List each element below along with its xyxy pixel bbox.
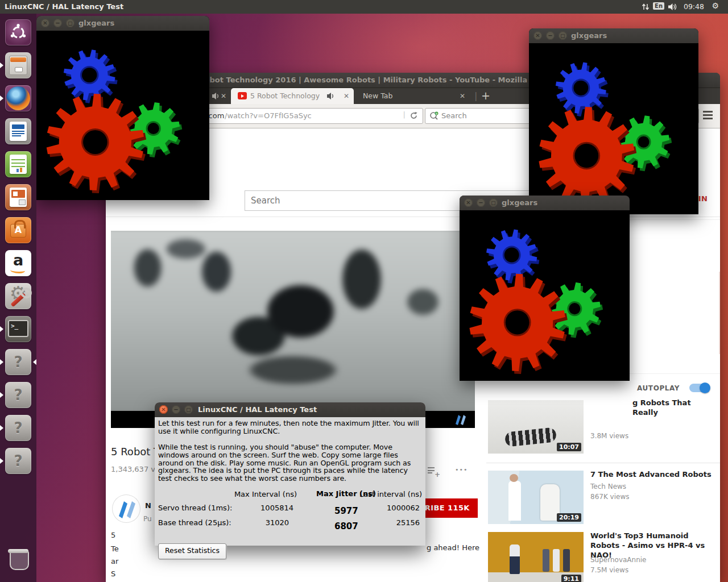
tab-audio-icon[interactable] (212, 92, 221, 100)
close-button[interactable]: ✕ (159, 405, 168, 414)
launcher-item-dash-home[interactable] (5, 19, 32, 46)
maximize-button[interactable]: ◻ (559, 31, 567, 40)
new-tab-button[interactable]: + (481, 89, 490, 102)
maximize-button[interactable]: ◻ (489, 198, 498, 207)
tab-active-label: 5 Robot Technology (250, 92, 320, 100)
close-button[interactable]: ✕ (464, 198, 473, 207)
sidebar-divider (486, 463, 720, 463)
maximize-button[interactable]: ◻ (184, 405, 193, 414)
autoplay-label: AUTOPLAY (637, 384, 680, 392)
keyboard-layout-indicator[interactable]: En (653, 2, 664, 10)
launcher-item-system-settings[interactable]: ⚙ (5, 282, 32, 310)
menu-icon[interactable] (703, 111, 713, 119)
glxgears-titlebar[interactable]: ✕ − ◻ glxgears (529, 28, 698, 44)
reload-icon[interactable] (410, 111, 418, 120)
robot-art (510, 544, 520, 574)
launcher-item-terminal[interactable]: >_ (5, 315, 32, 343)
glxgears-window-3: ✕ − ◻ glxgears (460, 196, 630, 381)
person-art (508, 481, 521, 521)
dialog-title: LinuxCNC / HAL Latency Test (198, 405, 317, 414)
trash-icon (5, 546, 31, 572)
description-line-tail: g ahead! Here (427, 543, 479, 552)
impress-icon (5, 184, 31, 210)
servo-last-interval: 1000062 (387, 504, 420, 512)
minimize-button[interactable]: − (477, 198, 485, 207)
description-line: Te (111, 544, 119, 553)
browser-search-placeholder: Search (441, 111, 467, 120)
glxgears-window-1: ✕ − ◻ glxgears (36, 16, 209, 200)
dialog-instructions: Let this test run for a few minutes, the… (158, 419, 423, 435)
related-video-item[interactable]: 20:19 7 The Most Advanced Robots Tech Ne… (488, 469, 720, 530)
launcher-item-libreoffice-writer[interactable] (5, 118, 32, 145)
launcher-item-unknown-window-2[interactable]: ? (5, 381, 32, 409)
video-thumbnail: 9:11 (488, 532, 584, 582)
snake-robot-art (504, 427, 557, 447)
tab-audio-icon[interactable] (326, 92, 336, 100)
maximize-button[interactable]: ◻ (66, 19, 75, 27)
publish-date: Pu (143, 515, 152, 523)
glxgears-canvas (36, 31, 209, 200)
channel-watermark-icon (453, 413, 468, 426)
tab-new-tab[interactable]: New Tab ✕ (354, 88, 470, 104)
tab-active[interactable]: 5 Robot Technology ✕ (231, 88, 354, 104)
video-duration: 20:19 (557, 513, 581, 522)
launcher-item-firefox[interactable] (5, 85, 32, 112)
launcher-item-trash[interactable] (5, 546, 32, 573)
launcher-item-unknown-window-3[interactable]: ? (5, 414, 32, 442)
channel-name[interactable]: N (145, 501, 151, 510)
dash-home-icon (5, 19, 31, 45)
volume-indicator-icon[interactable] (668, 3, 678, 11)
launcher-item-libreoffice-calc[interactable] (5, 151, 32, 178)
glxgears-title: glxgears (78, 19, 114, 27)
latency-test-dialog: ✕ − ◻ LinuxCNC / HAL Latency Test Let th… (155, 402, 425, 546)
related-video-item[interactable]: 10:07 g Robots That Really 3.8M views (488, 400, 720, 463)
dialog-instructions: While the test is running, you should "a… (158, 443, 423, 483)
robot-art (553, 549, 560, 572)
launcher-item-software-center[interactable]: A (5, 217, 32, 244)
person-head-art (510, 474, 518, 482)
tab-close-icon[interactable]: ✕ (460, 92, 465, 100)
dialog-titlebar[interactable]: ✕ − ◻ LinuxCNC / HAL Latency Test (155, 402, 425, 418)
launcher-item-unknown-window-4[interactable]: ? (5, 447, 32, 475)
launcher-item-file-manager[interactable] (5, 52, 32, 79)
servo-max-jitter: 5977 (334, 506, 358, 516)
minimize-button[interactable]: − (53, 19, 62, 27)
glxgears-titlebar[interactable]: ✕ − ◻ glxgears (460, 196, 630, 211)
launcher-item-libreoffice-impress[interactable] (5, 184, 32, 211)
more-actions-icon[interactable]: ••• (455, 466, 468, 473)
video-player[interactable] (111, 231, 475, 428)
reset-statistics-button[interactable]: Reset Statistics (158, 543, 226, 559)
glxgears-window-2: ✕ − ◻ glxgears (529, 28, 698, 214)
glxgears-title: glxgears (502, 198, 537, 207)
description-line: ar (111, 557, 118, 566)
software-center-icon: A (5, 217, 31, 243)
unity-launcher: A a ⚙ >_ ? ? (0, 14, 36, 582)
autoplay-toggle[interactable] (689, 384, 710, 392)
network-indicator-icon[interactable] (642, 3, 650, 11)
url-path: /watch?v=O7FfIG5aSyc (225, 111, 312, 120)
close-button[interactable]: ✕ (533, 31, 542, 40)
video-channel: Tech News (590, 483, 626, 490)
video-views: 867K views (590, 493, 629, 501)
unknown-app-icon: ? (5, 415, 31, 441)
launcher-item-unknown-window-1[interactable]: ? (5, 348, 32, 376)
description-line: S (111, 569, 115, 578)
related-video-item[interactable]: 9:11 World's Top3 Humanoid Robots - Asim… (488, 531, 720, 582)
terminal-icon: >_ (5, 316, 31, 342)
close-button[interactable]: ✕ (41, 19, 49, 27)
session-gear-icon[interactable]: ⚙ (712, 1, 719, 10)
minimize-button[interactable]: − (172, 405, 180, 414)
launcher-item-amazon[interactable]: a (5, 250, 32, 277)
tab-close-icon[interactable]: ✕ (221, 92, 226, 100)
glxgears-titlebar[interactable]: ✕ − ◻ glxgears (36, 16, 209, 31)
tab-close-icon[interactable]: ✕ (344, 92, 349, 100)
add-to-playlist-icon[interactable]: + (428, 467, 435, 473)
channel-avatar[interactable] (112, 494, 140, 523)
servo-max-interval: 1005814 (260, 504, 293, 512)
clock[interactable]: 09:48 (684, 2, 704, 11)
unknown-app-icon: ? (5, 448, 31, 474)
video-thumbnail: 20:19 (488, 471, 584, 524)
firefox-icon (5, 85, 31, 111)
minimize-button[interactable]: − (546, 31, 555, 40)
top-panel: LinuxCNC / HAL Latency Test En 09:48 ⚙ (0, 0, 728, 14)
